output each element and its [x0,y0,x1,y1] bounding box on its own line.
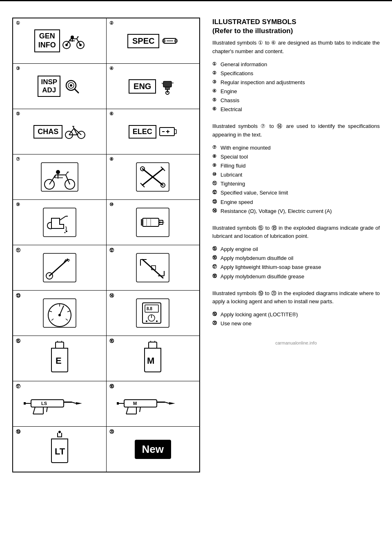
cell-num-17: ⑰ [16,383,20,389]
list-item: ⑪ Tightening [212,179,380,188]
eng-content: ENG [129,77,177,96]
cell-num-20: ⑳ [109,429,114,435]
cell-18: ⑱ M [107,381,200,426]
svg-line-89 [67,311,70,312]
tightening-icon [41,251,78,284]
cell-num-13: ⑬ [16,293,20,299]
svg-line-50 [66,172,68,175]
molybdenum-grease-icon: M [116,392,189,416]
svg-line-113 [72,402,76,403]
cell-num-6: ⑥ [109,111,114,116]
list-item: ⑫ Specified value, Service limit [212,188,380,197]
grid-row-6: ⑪ ⑫ [13,245,199,291]
grid-row-8: ⑮ E ⑯ [13,336,199,381]
list-item: ⑥ Electrical [212,105,380,114]
cell-chas: ⑤ CHAS [13,109,107,154]
gen-info-box: GENINFO [34,29,60,52]
svg-point-100 [146,320,147,322]
lithium-grease-icon: LS [23,392,96,416]
cell-num-10: ⑩ [109,202,114,207]
inspection-icon [63,77,81,96]
list-item: ③ Regular inspection and adjustments [212,78,380,87]
cell-10: ⑩ [107,200,200,245]
svg-line-88 [49,311,52,312]
svg-point-101 [156,320,158,322]
cell-num-16: ⑯ [109,338,114,344]
cell-num-18: ⑱ [109,383,114,389]
resistance-icon: 8.8 [134,297,171,329]
elec-box: ELEC [129,125,156,139]
page-container: ① GENINFO [0,1,392,485]
grid-row-10: ⑲ LT ⑳ New [13,427,199,472]
cell-num-15: ⑮ [16,338,20,344]
list-item: ⑯ Apply molybdenum disulfide oil [212,254,380,263]
svg-rect-119 [24,402,26,405]
cell-num-5: ⑤ [16,111,20,116]
section4-list: ⑲ Apply locking agent (LOCTITE®) ⑳ Use n… [212,310,380,328]
insp-box: INSPADJ [38,76,60,97]
spec-tool-icon [162,33,178,49]
svg-text:M: M [147,356,154,366]
list-item: ⑲ Apply locking agent (LOCTITE®) [212,310,380,319]
svg-text:E: E [56,356,62,366]
svg-point-62 [66,231,67,232]
svg-rect-110 [31,400,64,407]
cell-gen-info: ① GENINFO [13,18,107,63]
cell-num-7: ⑦ [16,157,20,162]
cell-13: ⑬ [13,291,107,336]
cell-16: ⑯ M [107,336,200,381]
list-item: ④ Engine [212,87,380,96]
svg-point-63 [64,232,65,233]
grid-row-3: ⑤ CHAS [13,109,199,154]
svg-text:LS: LS [41,401,47,406]
main-title: ILLUSTRATED SYMBOLS (Refer to the illust… [212,18,380,36]
cell-num-14: ⑭ [109,293,114,299]
svg-line-114 [33,407,35,414]
svg-line-123 [165,402,169,403]
svg-line-6 [77,39,80,45]
chas-box: CHAS [33,125,62,139]
section2-body: Illustrated symbols ⑦ to ⑭ are used to i… [212,122,380,139]
cell-num-9: ⑨ [16,202,20,207]
svg-line-79 [143,260,163,278]
svg-rect-21 [163,81,172,87]
cell-num-4: ④ [109,66,114,71]
svg-point-20 [70,84,72,87]
list-item: ② Specifications [212,69,380,78]
spec-box: SPEC [127,34,159,48]
motorcycle-icon [62,33,85,49]
engine-speed-icon [41,297,78,329]
cell-spec: ② SPEC [107,18,200,63]
svg-rect-120 [124,400,157,407]
svg-line-90 [51,319,53,320]
spec-content: SPEC [127,33,178,49]
cell-num-1: ① [16,20,20,26]
svg-point-48 [56,170,60,174]
title-line1: ILLUSTRATED SYMBOLS [212,18,296,26]
cell-17: ⑰ LS [13,381,107,426]
list-item: ⑧ Special tool [212,152,380,161]
svg-rect-22 [165,87,169,90]
molybdenum-oil-icon: M [136,340,169,377]
svg-rect-69 [141,219,143,226]
list-item: ⑦ With engine mounted [212,143,380,152]
grid-row-5: ⑨ ⑩ [13,200,199,245]
section3-list: ⑮ Apply engine oil ⑯ Apply molybdenum di… [212,245,380,281]
list-item: ① General information [212,60,380,69]
battery-icon [159,125,177,138]
svg-rect-106 [149,342,157,348]
svg-point-130 [58,431,61,433]
grid-row-2: ③ INSPADJ ④ ENG [13,64,199,109]
cell-num-3: ③ [16,66,20,71]
svg-line-91 [66,319,68,320]
loctite-icon: LT [43,431,76,468]
svg-text:8.8: 8.8 [147,307,152,311]
list-item: ⑬ Engine speed [212,198,380,207]
svg-line-124 [126,407,128,414]
section1-list: ① General information ② Specifications ③… [212,60,380,114]
list-item: ⑨ Filling fluid [212,161,380,170]
title-line2: (Refer to the illustration) [212,27,293,35]
engine-icon [158,77,177,96]
svg-line-127 [140,407,140,412]
cell-9: ⑨ [13,200,107,245]
